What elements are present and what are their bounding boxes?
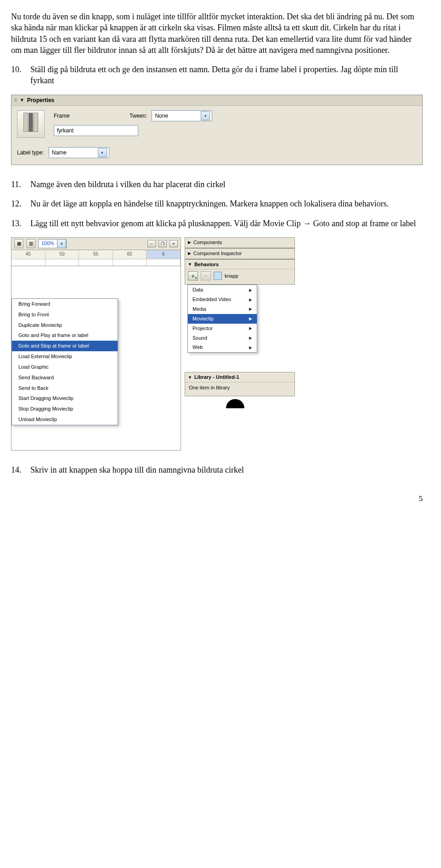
- menu-item[interactable]: Duplicate Movieclip: [12, 320, 118, 331]
- menu-item-selected[interactable]: Goto and Stop at frame or label: [12, 341, 118, 351]
- document-topbar: ▦ ▥ 100% ▾ – ❐ ×: [11, 237, 181, 250]
- frame-name-input[interactable]: fyrkant: [54, 125, 138, 136]
- movieclip-submenu: Bring Forward Bring to Front Duplicate M…: [11, 298, 118, 425]
- page-number: 5: [11, 494, 423, 504]
- stage-icon[interactable]: ▦: [14, 239, 23, 248]
- labeltype-label: Label type:: [17, 149, 44, 156]
- chevron-right-icon: ▶: [249, 287, 252, 293]
- chevron-down-icon[interactable]: ▾: [201, 111, 210, 120]
- menu-item[interactable]: Media▶: [188, 304, 257, 314]
- menu-item[interactable]: Load External Movieclip: [12, 351, 118, 362]
- menu-item[interactable]: Send Backward: [12, 372, 118, 383]
- menu-item[interactable]: Projector▶: [188, 324, 257, 333]
- library-preview-shape: [226, 399, 244, 408]
- minimize-icon[interactable]: –: [147, 240, 156, 247]
- step-10: 10.Ställ dig på bildruta ett och ge den …: [11, 64, 423, 86]
- expand-triangle-icon[interactable]: ▶: [188, 251, 191, 256]
- chevron-right-icon: ▶: [249, 345, 252, 350]
- remove-behavior-button[interactable]: −: [201, 271, 211, 280]
- properties-title: Properties: [27, 97, 54, 104]
- timeline-ruler[interactable]: 45 50 55 60 6: [11, 250, 181, 266]
- add-behavior-menu: Data▶ Embedded Video▶ Media▶ Movieclip▶ …: [187, 285, 257, 353]
- library-panel: ▼Library - Untitled-1 One item in librar…: [185, 372, 295, 396]
- collapse-triangle-icon[interactable]: ▼: [20, 97, 24, 103]
- chevron-right-icon: ▶: [249, 306, 252, 312]
- menu-item[interactable]: Data▶: [188, 285, 257, 295]
- library-body: One item in library: [185, 383, 294, 396]
- menu-item[interactable]: Bring to Front: [12, 309, 118, 320]
- components-panel[interactable]: ▶Components: [185, 237, 295, 248]
- step-13: 13.Lägg till ett nytt behvavior genom at…: [11, 218, 423, 229]
- labeltype-dropdown[interactable]: Name ▾: [49, 147, 109, 158]
- close-icon[interactable]: ×: [170, 240, 178, 247]
- expand-triangle-icon[interactable]: ▶: [188, 240, 191, 245]
- menu-item[interactable]: Unload Movieclip: [12, 414, 118, 425]
- chevron-down-icon[interactable]: ▾: [98, 148, 107, 157]
- chevron-right-icon: ▶: [249, 326, 252, 331]
- drag-grip-icon: [14, 98, 17, 102]
- behaviors-screenshot: ▦ ▥ 100% ▾ – ❐ × 45 50 55 60 6 Bring For…: [11, 237, 423, 451]
- menu-item[interactable]: Web▶: [188, 343, 257, 352]
- step-11: 11.Namge även den bildruta i vilken du h…: [11, 179, 423, 190]
- frame-label: Frame: [54, 112, 70, 120]
- step-14: 14.Skriv in att knappen ska hoppa till d…: [11, 464, 423, 475]
- menu-item-selected[interactable]: Movieclip▶: [188, 314, 257, 324]
- stage-icon-2[interactable]: ▥: [26, 239, 35, 248]
- behaviors-panel: ▼Behaviors + − knapp: [185, 259, 295, 285]
- chevron-down-icon[interactable]: ▾: [57, 239, 66, 248]
- ruler-tick: 60: [113, 250, 147, 266]
- tween-label: Tween:: [130, 112, 147, 120]
- restore-icon[interactable]: ❐: [158, 240, 167, 247]
- component-inspector-panel[interactable]: ▶Component Inspector: [185, 248, 295, 259]
- ruler-tick: 50: [45, 250, 79, 266]
- button-symbol-icon: [214, 272, 222, 280]
- menu-item[interactable]: Send to Back: [12, 383, 118, 394]
- menu-item[interactable]: Start Dragging Movieclip: [12, 393, 118, 404]
- properties-panel: ▼ Properties Frame Tween: None ▾ fyrkant: [11, 95, 423, 165]
- add-behavior-button[interactable]: +: [188, 271, 198, 280]
- menu-item[interactable]: Load Graphic: [12, 362, 118, 372]
- step-12: 12.Nu är det läge att koppla en händelse…: [11, 198, 423, 209]
- ruler-tick: 6: [147, 250, 181, 266]
- ruler-tick: 45: [11, 250, 45, 266]
- stage-canvas[interactable]: Bring Forward Bring to Front Duplicate M…: [11, 266, 181, 451]
- tween-dropdown[interactable]: None ▾: [152, 110, 212, 121]
- frame-thumbnail-icon: [17, 110, 45, 138]
- chevron-right-icon: ▶: [249, 335, 252, 341]
- properties-titlebar[interactable]: ▼ Properties: [11, 95, 422, 106]
- behavior-target: knapp: [225, 273, 238, 280]
- zoom-dropdown[interactable]: 100% ▾: [38, 239, 67, 248]
- menu-item[interactable]: Stop Dragging Movieclip: [12, 404, 118, 414]
- chevron-right-icon: ▶: [249, 297, 252, 303]
- ruler-tick: 55: [79, 250, 113, 266]
- intro-paragraph: Nu torde du även se din knapp, som i nul…: [11, 11, 423, 56]
- chevron-right-icon: ▶: [249, 316, 252, 321]
- menu-item[interactable]: Bring Forward: [12, 299, 118, 309]
- collapse-triangle-icon[interactable]: ▼: [188, 262, 192, 267]
- menu-item[interactable]: Embedded Video▶: [188, 295, 257, 304]
- menu-item[interactable]: Goto and Play at frame or label: [12, 330, 118, 341]
- collapse-triangle-icon[interactable]: ▼: [188, 375, 192, 380]
- menu-item[interactable]: Sound▶: [188, 333, 257, 343]
